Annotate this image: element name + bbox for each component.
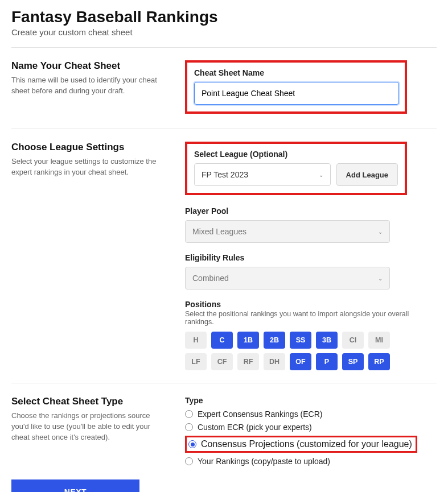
section-league-settings: Choose League Settings Select your leagu… (11, 129, 437, 383)
position-chip-h[interactable]: H (185, 332, 207, 349)
position-chip-2b[interactable]: 2B (264, 332, 285, 349)
radio-icon (188, 440, 196, 448)
positions-sublabel: Select the positional rankings you want … (185, 310, 437, 326)
page-subtitle: Create your custom cheat sheet (11, 27, 437, 37)
type-option-label: Consensus Projections (customized for yo… (201, 439, 412, 449)
next-button[interactable]: NEXT (11, 479, 139, 492)
type-label: Type (185, 396, 437, 405)
add-league-button[interactable]: Add League (336, 163, 398, 186)
select-league-dropdown[interactable]: FP Test 2023 ⌄ (194, 163, 331, 186)
radio-icon (185, 423, 193, 431)
type-option[interactable]: Custom ECR (pick your experts) (185, 423, 437, 432)
position-chip-ss[interactable]: SS (290, 332, 311, 349)
select-league-label: Select League (Optional) (194, 150, 398, 159)
eligibility-label: Eligibility Rules (185, 253, 437, 262)
eligibility-dropdown[interactable]: Combined ⌄ (185, 267, 390, 290)
position-chip-c[interactable]: C (211, 332, 233, 349)
position-chip-rf[interactable]: RF (237, 353, 259, 370)
section-desc: Select your league settings to customize… (11, 156, 162, 178)
position-chip-lf[interactable]: LF (185, 353, 207, 370)
cheat-name-label: Cheat Sheet Name (194, 68, 398, 77)
type-option-label: Custom ECR (pick your experts) (198, 423, 312, 432)
player-pool-value: Mixed Leagues (192, 227, 246, 236)
radio-icon (185, 410, 193, 418)
position-chip-mi[interactable]: MI (368, 332, 390, 349)
position-chip-cf[interactable]: CF (211, 353, 233, 370)
position-chip-sp[interactable]: SP (342, 353, 364, 370)
type-option-label: Expert Consensus Rankings (ECR) (198, 410, 322, 419)
highlight-cheat-name: Cheat Sheet Name (185, 60, 407, 114)
chevron-down-icon: ⌄ (378, 229, 383, 235)
section-name-sheet: Name Your Cheat Sheet This name will be … (11, 48, 437, 129)
page-title: Fantasy Baseball Rankings (11, 8, 437, 26)
position-chip-of[interactable]: OF (290, 353, 311, 370)
section-heading: Choose League Settings (11, 142, 162, 153)
section-cheat-type: Select Cheat Sheet Type Choose the ranki… (11, 383, 437, 469)
select-league-value: FP Test 2023 (202, 170, 248, 179)
type-option[interactable]: Your Rankings (copy/paste to upload) (185, 457, 437, 466)
position-chip-dh[interactable]: DH (264, 353, 285, 370)
type-radio-group: Expert Consensus Rankings (ECR)Custom EC… (185, 410, 437, 466)
cheat-name-input[interactable] (194, 82, 399, 105)
chevron-down-icon: ⌄ (378, 275, 383, 282)
section-heading: Select Cheat Sheet Type (11, 396, 162, 407)
positions-chips: HC1B2BSS3BCIMILFCFRFDHOFPSPRP (185, 332, 407, 370)
type-option[interactable]: Expert Consensus Rankings (ECR) (185, 410, 437, 419)
position-chip-1b[interactable]: 1B (237, 332, 259, 349)
radio-icon (185, 457, 193, 465)
position-chip-3b[interactable]: 3B (316, 332, 338, 349)
position-chip-rp[interactable]: RP (368, 353, 390, 370)
player-pool-dropdown[interactable]: Mixed Leagues ⌄ (185, 220, 390, 243)
position-chip-p[interactable]: P (316, 353, 338, 370)
section-desc: Choose the rankings or projections sourc… (11, 411, 162, 443)
section-heading: Name Your Cheat Sheet (11, 60, 162, 72)
section-desc: This name will be used to identify your … (11, 75, 162, 97)
position-chip-ci[interactable]: CI (342, 332, 364, 349)
type-option[interactable]: Consensus Projections (customized for yo… (185, 436, 417, 453)
type-option-label: Your Rankings (copy/paste to upload) (198, 457, 330, 466)
highlight-select-league: Select League (Optional) FP Test 2023 ⌄ … (185, 142, 407, 195)
player-pool-label: Player Pool (185, 206, 437, 216)
eligibility-value: Combined (192, 274, 229, 283)
chevron-down-icon: ⌄ (319, 172, 323, 178)
positions-label: Positions (185, 300, 437, 309)
